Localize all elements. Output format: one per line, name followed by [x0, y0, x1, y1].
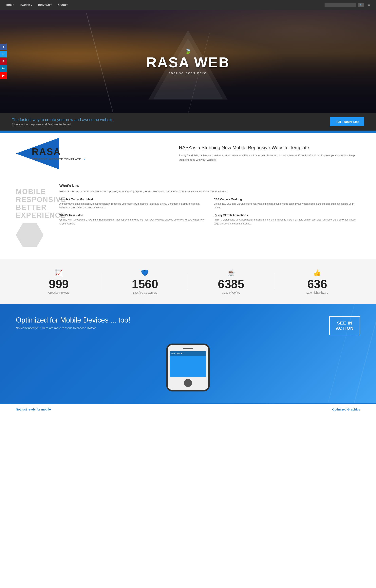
feature-item-text-3: An HTML alternative to JavaScript animat… [214, 218, 360, 226]
stat-coffee-icon: ☕ [188, 269, 274, 277]
stat-projects-number: 999 [16, 278, 102, 290]
rasa-logo-area: RASA CREATIVE WEBSITE TEMPLATE ✓ [16, 146, 86, 161]
social-twitter[interactable]: 🐦 [0, 51, 7, 57]
feature-item-title-3: jQuery Skrollr Animations [214, 214, 360, 217]
hero-section: f 🐦 P in ▶ 🍃 RASA WEB tagline goes here [0, 10, 376, 113]
phone-speaker [183, 348, 193, 349]
stats-section: 📈 999 Creative Projects 💙 1560 Satisfied… [0, 259, 376, 304]
feature-bar-main-text: The fastest way to create your new and a… [12, 118, 114, 122]
feature-bar-highlighted: website [100, 118, 114, 122]
whats-new-grid: Morph + Text = Morphtext A great way to … [59, 198, 360, 226]
rasa-logo-title: RASA [32, 146, 86, 157]
feature-item-video: What's New Video Quickly learn about wha… [59, 214, 206, 226]
phone-screen: Main Menu ☰ [170, 351, 206, 377]
feature-item-title-0: Morph + Text = Morphtext [59, 198, 206, 201]
stat-projects: 📈 999 Creative Projects [16, 269, 102, 294]
features-right-title: RASA is a Stunning New Mobile Reponsive … [179, 145, 360, 150]
nav-contact[interactable]: CONTACT [38, 4, 52, 7]
hero-content: 🍃 RASA WEB tagline goes here [146, 48, 230, 75]
features-right-text: Ready for Mobile, tablets and desktops, … [179, 153, 360, 162]
feature-item-css: CSS Canvas Masking Create new CSS and Ca… [214, 198, 360, 210]
stat-customers-icon: 💙 [102, 269, 188, 277]
stat-customers-number: 1560 [102, 278, 188, 290]
search-input[interactable] [324, 3, 356, 7]
stat-projects-icon: 📈 [16, 269, 102, 277]
blue-mobile-section: Optimized for Mobile Devices ... too! No… [0, 304, 376, 403]
stat-pizza: 👍 636 Late night Pizza's [274, 269, 360, 294]
bottom-teaser-right[interactable]: Optimized Graphics [332, 408, 360, 411]
nav-links: HOME PAGES CONTACT ABOUT [6, 4, 68, 7]
whats-new-intro: Here's a short list of our newest items … [59, 190, 360, 194]
bottom-teaser: Not just ready for mobile Optimized Grap… [0, 403, 376, 415]
feature-item-text-0: A great way to grab attention without co… [59, 202, 206, 210]
social-pinterest[interactable]: P [0, 58, 7, 65]
full-feature-list-button[interactable]: Full Feature List [330, 117, 364, 126]
mobile-hex-graphic [16, 223, 43, 247]
blue-section-title: Optimized for Mobile Devices ... too! [16, 316, 321, 324]
features-right: RASA is a Stunning New Mobile Reponsive … [179, 145, 360, 162]
feature-item-text-2: Quickly learn about what's new in the Ra… [59, 218, 206, 226]
feature-bar-sub-text: Check out our options and features inclu… [12, 123, 114, 126]
mobile-label-col: MOBILERESPONSIVEBETTEREXPERIENCE [16, 184, 52, 247]
rasa-logo-text: RASA CREATIVE WEBSITE TEMPLATE ✓ [32, 146, 86, 161]
stat-pizza-number: 636 [274, 278, 360, 290]
rasa-logo-subtitle: CREATIVE WEBSITE TEMPLATE ✓ [32, 157, 86, 161]
social-linkedin[interactable]: in [0, 65, 7, 72]
nav-pages[interactable]: PAGES [20, 4, 32, 7]
nav-about[interactable]: ABOUT [58, 4, 68, 7]
feature-item-text-1: Create new CSS and Canvas effects really… [214, 202, 360, 210]
feature-bar-text-area: The fastest way to create your new and a… [12, 118, 114, 126]
social-facebook[interactable]: f [0, 44, 7, 50]
features-section: RASA CREATIVE WEBSITE TEMPLATE ✓ RASA is… [0, 133, 376, 184]
hamburger-menu[interactable]: ≡ [368, 3, 370, 7]
stat-coffee-label: Cups of Coffee [188, 291, 274, 294]
hero-title: RASA WEB [146, 55, 230, 70]
feature-item-morphtext: Morph + Text = Morphtext A great way to … [59, 198, 206, 210]
stat-pizza-icon: 👍 [274, 269, 360, 277]
features-top: RASA CREATIVE WEBSITE TEMPLATE ✓ RASA is… [16, 145, 360, 162]
see-in-action-button[interactable]: SEE INACTION [329, 316, 360, 336]
rasa-check-icon: ✓ [83, 157, 86, 161]
search-button[interactable]: 🔍 [358, 3, 364, 7]
feature-item-title-2: What's New Video [59, 214, 206, 217]
whats-new-col: What's New Here's a short list of our ne… [59, 184, 360, 247]
phone-outer: Main Menu ☰ [166, 344, 210, 392]
mobile-label-text: MOBILERESPONSIVEBETTEREXPERIENCE [16, 188, 52, 219]
phone-screen-nav: Main Menu ☰ [170, 351, 206, 356]
hero-leaf-icon: 🍃 [146, 48, 230, 54]
features-left: RASA CREATIVE WEBSITE TEMPLATE ✓ [16, 145, 167, 162]
phone-home-button [184, 379, 192, 387]
stat-coffee: ☕ 6385 Cups of Coffee [188, 269, 274, 294]
whats-new-title: What's New [59, 184, 360, 188]
blue-section-subtitle: Not convinced yet? Here are more reasons… [16, 326, 321, 330]
blue-section-content: Optimized for Mobile Devices ... too! No… [16, 316, 360, 338]
feature-item-skrollr: jQuery Skrollr Animations An HTML altern… [214, 214, 360, 226]
stat-pizza-label: Late night Pizza's [274, 291, 360, 294]
phone-mockup: Main Menu ☰ [16, 344, 360, 392]
feature-item-title-1: CSS Canvas Masking [214, 198, 360, 201]
feature-bar-text-before: The fastest way to create your new and a… [12, 118, 100, 122]
stat-projects-label: Creative Projects [16, 291, 102, 294]
stat-customers: 💙 1560 Satisfied Customers [102, 269, 188, 294]
nav-search-area: 🔍 [324, 3, 364, 7]
stat-customers-label: Satisfied Customers [102, 291, 188, 294]
whats-new-section: MOBILERESPONSIVEBETTEREXPERIENCE What's … [0, 184, 376, 259]
nav-home[interactable]: HOME [6, 4, 14, 7]
hero-tagline: tagline goes here [146, 71, 230, 75]
stat-coffee-number: 6385 [188, 278, 274, 290]
navbar: HOME PAGES CONTACT ABOUT 🔍 ≡ [0, 0, 376, 10]
bottom-teaser-left[interactable]: Not just ready for mobile [16, 408, 51, 411]
social-sidebar: f 🐦 P in ▶ [0, 44, 7, 79]
social-youtube[interactable]: ▶ [0, 72, 7, 79]
blue-section-text: Optimized for Mobile Devices ... too! No… [16, 316, 321, 338]
feature-bar: The fastest way to create your new and a… [0, 113, 376, 131]
blue-accent-bar [0, 131, 376, 133]
